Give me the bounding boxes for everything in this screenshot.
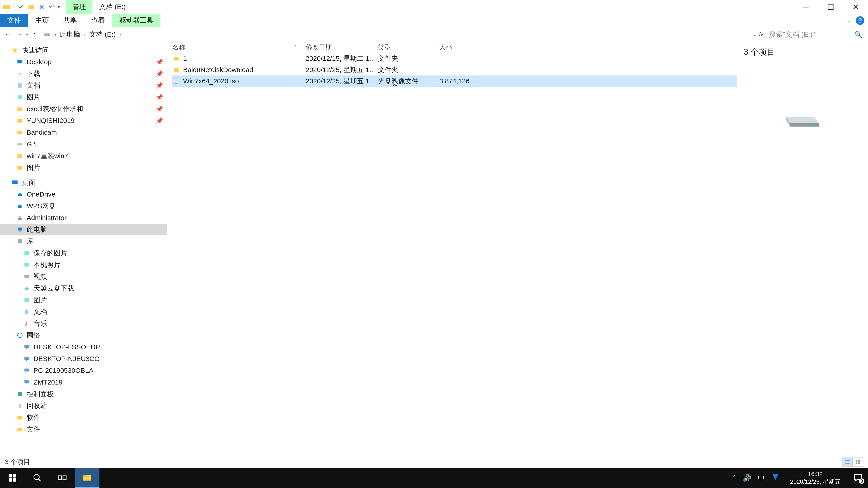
column-type[interactable]: 类型 (378, 43, 439, 52)
collapse-ribbon-icon[interactable]: ⌵ (848, 17, 851, 24)
search-icon[interactable]: 🔍 (855, 31, 862, 38)
nav-desktop-item[interactable]: WPS网盘 (0, 200, 167, 212)
maximize-button[interactable]: ☐ (818, 0, 843, 14)
column-name[interactable]: 名称˄ (172, 43, 306, 52)
qat-dropdown-icon[interactable]: ▾ (58, 4, 60, 10)
volume-icon[interactable]: 🔊 (743, 474, 751, 482)
nav-quick-item[interactable]: 图片📌 (0, 91, 167, 103)
nav-library-item[interactable]: 本机照片 (0, 259, 167, 271)
nav-library-item[interactable]: 天翼云盘下载 (0, 283, 167, 294)
nav-item-label: Administrator (27, 214, 67, 222)
security-icon[interactable] (772, 473, 779, 483)
view-thumbnails-button[interactable] (852, 457, 863, 466)
tray-chevron-up-icon[interactable]: ˄ (733, 474, 736, 482)
nav-library-item[interactable]: 视频 (0, 271, 167, 283)
pin-icon: 📌 (156, 82, 163, 89)
ime-indicator[interactable]: 中 (758, 473, 765, 483)
minimize-button[interactable]: ─ (794, 0, 818, 14)
nav-network-item[interactable]: ZMT2019 (0, 377, 167, 388)
svg-rect-31 (26, 322, 27, 325)
file-name: BaiduNetdiskDownload (183, 66, 253, 74)
nav-library-item[interactable]: 保存的图片 (0, 247, 167, 259)
nav-quick-access[interactable]: 快速访问 (0, 44, 167, 56)
taskbar-clock[interactable]: 16:32 2020/12/25, 星期五 (786, 470, 844, 486)
nav-network-item[interactable]: PC-20190530OBLA (0, 365, 167, 377)
forward-button[interactable]: → (13, 29, 24, 40)
taskbar[interactable]: ˄ 🔊 中 16:32 2020/12/25, 星期五 3 (0, 468, 868, 488)
nav-desktop-item[interactable]: 库 (0, 235, 167, 247)
search-input[interactable]: 搜索"文档 (E:)" 🔍 (766, 29, 865, 40)
tab-home[interactable]: 主页 (28, 14, 56, 27)
nav-software[interactable]: 软件 (0, 412, 167, 423)
nav-network-item[interactable]: DESKTOP-NJEU3CG (0, 353, 167, 365)
svg-rect-34 (26, 348, 28, 349)
nav-quick-item[interactable]: YUNQISHI2019📌 (0, 115, 167, 127)
view-details-button[interactable] (842, 457, 852, 466)
nav-desktop-item[interactable]: Administrator (0, 212, 167, 224)
chevron-right-icon[interactable]: › (119, 31, 121, 38)
nav-quick-item[interactable]: excel表格制作求和📌 (0, 103, 167, 115)
start-button[interactable] (0, 468, 25, 488)
explorer-app-icon[interactable] (2, 2, 11, 12)
recycle-bin-icon (16, 402, 24, 410)
contextual-tab-manage[interactable]: 管理 (66, 0, 92, 14)
search-button[interactable] (25, 468, 50, 488)
address-dropdown-icon[interactable]: ⌵ (754, 32, 756, 37)
refresh-icon[interactable]: ⟳ (758, 31, 764, 38)
nav-desktop[interactable]: 桌面 (0, 177, 167, 188)
nav-quick-item[interactable]: Bandicam (0, 127, 167, 138)
delete-icon[interactable] (37, 2, 46, 12)
nav-quick-item[interactable]: Desktop📌 (0, 56, 167, 68)
nav-control-panel[interactable]: 控制面板 (0, 388, 167, 400)
nav-desktop-item[interactable]: 此电脑 (0, 224, 167, 235)
column-date[interactable]: 修改日期 (306, 43, 378, 52)
file-row[interactable]: 12020/12/15, 星期二 1...文件夹 (172, 53, 737, 64)
nav-quick-item[interactable]: 下载📌 (0, 68, 167, 79)
address-bar[interactable]: › 此电脑 › 文档 (E:) › (40, 29, 754, 40)
star-icon (11, 46, 19, 54)
navigation-pane[interactable]: 快速访问 Desktop📌下载📌文档📌图片📌excel表格制作求和📌YUNQIS… (0, 42, 167, 456)
file-row[interactable]: Win7x64_2020.iso2020/12/25, 星期五 1...光盘映像… (172, 75, 737, 87)
nav-quick-item[interactable]: win7重装win7 (0, 150, 167, 162)
nav-item-label: PC-20190530OBLA (33, 367, 93, 375)
action-center-button[interactable]: 3 (851, 471, 865, 485)
nav-network[interactable]: 网络 (0, 329, 167, 341)
undo-icon[interactable]: ↶ (47, 2, 57, 12)
crumb-thispc[interactable]: 此电脑 (60, 30, 80, 39)
new-folder-icon[interactable] (26, 2, 36, 12)
nav-library-item[interactable]: 音乐 (0, 318, 167, 329)
task-view-button[interactable] (50, 468, 74, 488)
chevron-right-icon[interactable]: › (84, 31, 86, 38)
help-icon[interactable]: ? (856, 16, 864, 25)
column-size[interactable]: 大小 (439, 43, 475, 52)
back-button[interactable]: ← (3, 29, 13, 40)
chevron-right-icon[interactable]: › (55, 31, 56, 38)
nav-recycle-bin[interactable]: 回收站 (0, 400, 167, 412)
svg-rect-39 (24, 380, 29, 383)
taskbar-file-explorer[interactable] (74, 468, 99, 488)
up-button[interactable]: ↑ (29, 29, 40, 40)
nav-quick-item[interactable]: G:\ (0, 138, 167, 150)
nav-quick-item[interactable]: 文档📌 (0, 79, 167, 91)
search-placeholder: 搜索"文档 (E:)" (769, 30, 815, 39)
history-dropdown-icon[interactable]: ▾ (26, 32, 28, 37)
file-row[interactable]: BaiduNetdiskDownload2020/12/25, 星期五 1...… (172, 64, 737, 75)
close-button[interactable]: ✕ (843, 0, 868, 14)
tab-share[interactable]: 共享 (56, 14, 84, 27)
nav-documents[interactable]: 文件 (0, 423, 167, 435)
nav-network-item[interactable]: DESKTOP-LSSOEDP (0, 341, 167, 353)
nav-desktop-item[interactable]: OneDrive (0, 188, 167, 200)
svg-rect-41 (18, 392, 22, 396)
properties-icon[interactable] (16, 2, 26, 12)
crumb-drive[interactable]: 文档 (E:) (89, 30, 116, 39)
svg-point-27 (24, 287, 29, 290)
file-list-pane[interactable]: 名称˄ 修改日期 类型 大小 12020/12/15, 星期二 1...文件夹B… (167, 42, 737, 456)
nav-item-label: 文档 (27, 81, 40, 90)
nav-library-item[interactable]: 图片 (0, 294, 167, 306)
nav-library-item[interactable]: 文档 (0, 306, 167, 318)
tab-drive-tools[interactable]: 驱动器工具 (112, 14, 160, 27)
nav-quick-item[interactable]: 图片 (0, 162, 167, 173)
folder-icon (16, 128, 24, 136)
tab-file[interactable]: 文件 (0, 14, 28, 27)
tab-view[interactable]: 查看 (84, 14, 112, 27)
